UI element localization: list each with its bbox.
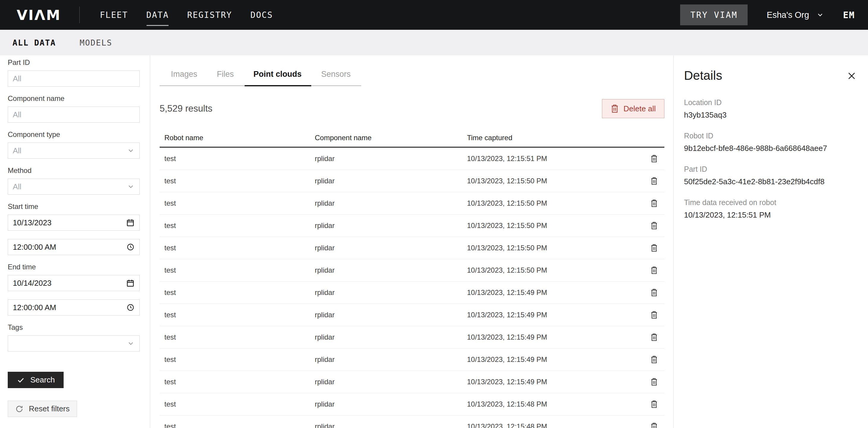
sub-nav: ALL DATA MODELS: [0, 30, 868, 55]
cell-time-captured: 10/13/2023, 12:15:48 PM: [467, 422, 644, 428]
nav-item-data[interactable]: DATA: [146, 10, 168, 20]
start-time-value: 12:00:00 AM: [13, 242, 56, 252]
chevron-down-icon: [127, 147, 135, 154]
results-header: 5,529 results Delete all: [160, 99, 664, 118]
start-time-input[interactable]: 12:00:00 AM: [8, 239, 140, 255]
tab-files[interactable]: Files: [217, 69, 234, 85]
top-nav: VIΛM FLEET DATA REGISTRY DOCS TRY VIAM E…: [0, 0, 868, 30]
cell-component-name: rplidar: [315, 244, 467, 252]
nav-item-registry[interactable]: REGISTRY: [187, 10, 232, 20]
trash-icon: [650, 400, 658, 408]
end-date-input[interactable]: 10/14/2023: [8, 275, 140, 291]
cell-time-captured: 10/13/2023, 12:15:49 PM: [467, 311, 644, 319]
tags-select[interactable]: [8, 336, 140, 351]
cell-robot-name: test: [164, 355, 315, 364]
filter-method: Method All: [8, 166, 140, 195]
row-delete-button[interactable]: [650, 311, 658, 319]
nav-item-docs[interactable]: DOCS: [251, 10, 273, 20]
filter-tags: Tags: [8, 323, 140, 351]
cell-component-name: rplidar: [315, 422, 467, 428]
end-date-value: 10/14/2023: [13, 279, 52, 288]
nav-item-fleet[interactable]: FLEET: [100, 10, 128, 20]
row-delete-button[interactable]: [650, 199, 658, 207]
row-delete-button[interactable]: [650, 400, 658, 408]
method-select[interactable]: All: [8, 178, 140, 195]
tab-point-clouds[interactable]: Point clouds: [254, 69, 302, 85]
row-delete-button[interactable]: [650, 154, 658, 163]
method-value: All: [13, 182, 22, 191]
reset-filters-button[interactable]: Reset filters: [8, 401, 77, 417]
details-panel: Details Location ID h3yb135aq3 Robot ID …: [673, 55, 868, 428]
robot-id-label: Robot ID: [684, 132, 857, 140]
row-delete-button[interactable]: [650, 355, 658, 364]
close-details-button[interactable]: [846, 71, 857, 81]
table-row: test rplidar 10/13/2023, 12:15:51 PM: [160, 148, 664, 170]
component-type-value: All: [13, 146, 22, 155]
row-delete-button[interactable]: [650, 378, 658, 386]
cell-robot-name: test: [164, 422, 315, 428]
point-clouds-table: Robot name Component name Time captured …: [160, 129, 664, 428]
table-row: test rplidar 10/13/2023, 12:15:48 PM: [160, 393, 664, 416]
cell-time-captured: 10/13/2023, 12:15:51 PM: [467, 154, 644, 163]
start-date-input[interactable]: 10/13/2023: [8, 215, 140, 231]
filter-component-type: Component type All: [8, 131, 140, 159]
tab-images[interactable]: Images: [171, 69, 197, 85]
robot-id-value: 9b12ebcf-bfe8-486e-988b-6a668648aee7: [684, 144, 857, 153]
cell-robot-name: test: [164, 154, 315, 163]
row-delete-button[interactable]: [650, 422, 658, 428]
cell-time-captured: 10/13/2023, 12:15:50 PM: [467, 177, 644, 185]
part-id-label: Part ID: [8, 58, 140, 67]
cell-time-captured: 10/13/2023, 12:15:50 PM: [467, 222, 644, 230]
row-delete-button[interactable]: [650, 266, 658, 275]
row-delete-button[interactable]: [650, 288, 658, 297]
org-switcher[interactable]: Esha's Org: [767, 10, 824, 20]
row-delete-button[interactable]: [650, 222, 658, 230]
row-delete-button[interactable]: [650, 244, 658, 252]
table-header: Robot name Component name Time captured: [160, 129, 664, 148]
org-name: Esha's Org: [767, 10, 809, 20]
cell-time-captured: 10/13/2023, 12:15:49 PM: [467, 333, 644, 341]
clock-icon: [126, 303, 135, 312]
end-time-label: End time: [8, 263, 140, 271]
end-time-input[interactable]: 12:00:00 AM: [8, 299, 140, 315]
tab-models[interactable]: MODELS: [80, 38, 112, 47]
cell-component-name: rplidar: [315, 378, 467, 386]
search-button-label: Search: [30, 375, 55, 384]
part-id-input[interactable]: [8, 70, 140, 87]
table-row: test rplidar 10/13/2023, 12:15:49 PM: [160, 371, 664, 393]
table-row: test rplidar 10/13/2023, 12:15:49 PM: [160, 326, 664, 348]
method-label: Method: [8, 166, 140, 175]
trash-icon: [650, 199, 658, 207]
check-icon: [17, 376, 25, 384]
cell-component-name: rplidar: [315, 355, 467, 364]
col-component-name: Component name: [315, 134, 467, 142]
time-received-value: 10/13/2023, 12:15:51 PM: [684, 210, 857, 220]
table-row: test rplidar 10/13/2023, 12:15:50 PM: [160, 237, 664, 259]
cell-time-captured: 10/13/2023, 12:15:50 PM: [467, 266, 644, 275]
component-name-input[interactable]: [8, 107, 140, 123]
cell-component-name: rplidar: [315, 400, 467, 408]
search-button[interactable]: Search: [8, 372, 64, 388]
cell-time-captured: 10/13/2023, 12:15:49 PM: [467, 355, 644, 364]
tab-sensors[interactable]: Sensors: [321, 69, 351, 85]
trash-icon: [650, 244, 658, 252]
cell-robot-name: test: [164, 378, 315, 386]
location-id-label: Location ID: [684, 98, 857, 107]
trash-icon: [650, 378, 658, 386]
user-avatar-initials[interactable]: EM: [843, 10, 855, 20]
tags-label: Tags: [8, 323, 140, 332]
try-viam-button[interactable]: TRY VIAM: [680, 4, 748, 25]
row-delete-button[interactable]: [650, 177, 658, 185]
delete-all-button[interactable]: Delete all: [602, 99, 664, 118]
cell-component-name: rplidar: [315, 311, 467, 319]
tab-all-data[interactable]: ALL DATA: [12, 38, 56, 47]
trash-icon: [611, 104, 619, 113]
data-main: Images Files Point clouds Sensors 5,529 …: [150, 55, 673, 428]
row-delete-button[interactable]: [650, 333, 658, 341]
cell-robot-name: test: [164, 244, 315, 252]
data-type-tabs: Images Files Point clouds Sensors: [160, 69, 361, 86]
component-type-select[interactable]: All: [8, 143, 140, 159]
filter-component-name: Component name: [8, 94, 140, 123]
part-id-detail-value: 50f25de2-5a3c-41e2-8b81-23e2f9b4cdf8: [684, 177, 857, 186]
trash-icon: [650, 422, 658, 428]
